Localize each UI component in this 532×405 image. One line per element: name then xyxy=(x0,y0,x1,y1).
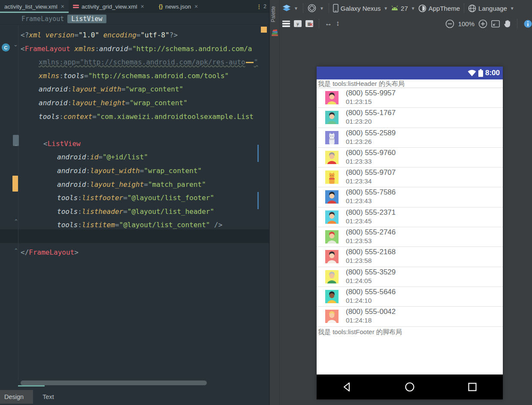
fold-end-icon[interactable]: ⌃ xyxy=(14,247,18,254)
device-screen-preview[interactable]: 8:00 我是 tools:listHeader 的头布局 (800) 555-… xyxy=(317,67,503,399)
horizontal-scrollbar[interactable] xyxy=(21,381,207,385)
contact-phone-number: (800) 555-2589 xyxy=(346,129,396,137)
close-icon[interactable]: × xyxy=(194,3,198,10)
hidden-tabs-button[interactable]: ⋮ 2 xyxy=(256,0,269,13)
code-editor[interactable]: <?xml version="1.0" encoding="utf-8"?><F… xyxy=(0,25,269,381)
list-header[interactable]: 我是 tools:listHeader 的头布局 xyxy=(317,79,503,88)
code-line[interactable]: </FrameLayout> xyxy=(21,246,269,259)
tab-text[interactable]: Text xyxy=(33,390,63,404)
palette-tool-button[interactable]: Palette xyxy=(270,0,276,29)
code-line[interactable] xyxy=(21,123,269,137)
palette-strip: Palette xyxy=(270,0,280,405)
tab-design[interactable]: Design xyxy=(0,390,33,404)
breadcrumb-framelayout[interactable]: FrameLayout xyxy=(21,15,64,23)
code-line[interactable]: <FrameLayout xmlns:android="http://schem… xyxy=(21,42,269,56)
list-item[interactable]: (800) 555-970701:23:34 xyxy=(317,167,503,187)
list-item[interactable]: (800) 555-995701:23:15 xyxy=(317,88,503,108)
list-item[interactable]: (800) 555-237101:23:45 xyxy=(317,207,503,227)
code-line[interactable]: android:id="@+id/list" xyxy=(21,150,269,164)
api-level-selector[interactable]: 27 ▼ xyxy=(391,5,416,12)
recents-button-icon[interactable] xyxy=(467,381,478,393)
globe-icon xyxy=(468,4,476,12)
zoom-in-button[interactable] xyxy=(478,19,487,28)
contact-avatar xyxy=(325,131,339,144)
code-line[interactable]: <ListView xyxy=(21,137,269,151)
device-name: Galaxy Nexus xyxy=(341,5,381,12)
pan-hand-icon[interactable] xyxy=(504,19,511,28)
back-button-icon[interactable] xyxy=(342,381,353,393)
tab-label: activity_list_view.xml xyxy=(4,3,57,10)
listview-screen: 我是 tools:listHeader 的头布局 (800) 555-99570… xyxy=(317,79,503,375)
breadcrumb-listview[interactable]: ListView xyxy=(67,15,106,23)
code-line[interactable] xyxy=(21,232,269,246)
zoom-out-button[interactable] xyxy=(445,19,454,28)
variants-icon[interactable]: y xyxy=(294,20,302,27)
theme-contrast-icon xyxy=(418,4,426,12)
editor-tab-bar: activity_list_view.xml × activity_grid_v… xyxy=(0,0,269,13)
orientation-icon[interactable] xyxy=(307,3,317,13)
contact-call-time: 01:24:05 xyxy=(346,277,372,285)
expand-vertical-icon[interactable]: ↕ xyxy=(336,19,340,28)
view-options-icon[interactable] xyxy=(282,21,290,27)
expand-horizontal-icon[interactable]: ↔ xyxy=(325,19,332,28)
code-line[interactable]: tools:context="com.xiaweizi.androidtools… xyxy=(21,110,269,124)
contact-call-time: 01:23:53 xyxy=(346,237,372,245)
code-line[interactable]: android:layout_width="wrap_content" xyxy=(21,164,269,178)
chevron-down-icon[interactable]: ▼ xyxy=(294,6,298,11)
code-line[interactable]: tools:listitem="@layout/list_content" /> xyxy=(21,218,269,232)
fold-end-icon[interactable]: ⌃ xyxy=(14,218,18,225)
code-line[interactable]: android:layout_height="match_parent" xyxy=(21,178,269,192)
contact-call-time: 01:23:20 xyxy=(346,118,372,125)
contact-phone-number: (800) 555-1767 xyxy=(346,109,396,117)
list-footer[interactable]: 我是 tools:listFooter 的脚布局 xyxy=(317,327,503,338)
chevron-down-icon[interactable]: ▼ xyxy=(320,6,324,11)
zoom-level: 100% xyxy=(458,20,475,27)
contact-avatar xyxy=(325,250,339,263)
contact-call-time: 01:23:43 xyxy=(346,197,372,205)
contact-phone-number: (800) 555-9760 xyxy=(346,149,396,157)
render-errors-icon[interactable]: ▦✕ xyxy=(305,20,313,27)
list-item[interactable]: (800) 555-352901:24:05 xyxy=(317,267,503,287)
code-line[interactable]: tools:listheader="@layout/list_header" xyxy=(21,205,269,219)
close-icon[interactable]: × xyxy=(141,3,144,10)
contact-phone-number: (800) 555-9957 xyxy=(346,89,396,97)
tab-activity-grid-view[interactable]: activity_grid_view.xml × xyxy=(69,0,148,13)
contact-avatar xyxy=(325,230,339,244)
fold-arrow-icon[interactable]: ⌄ xyxy=(13,41,18,48)
info-icon[interactable] xyxy=(524,20,532,28)
list-item[interactable]: (800) 555-564601:24:10 xyxy=(317,287,503,307)
contact-call-time: 01:23:34 xyxy=(346,177,372,185)
list-item[interactable]: (800) 555-758601:23:43 xyxy=(317,187,503,207)
close-icon[interactable]: × xyxy=(61,3,64,10)
tab-activity-list-view[interactable]: activity_list_view.xml × xyxy=(0,0,69,13)
theme-selector[interactable]: AppTheme xyxy=(418,4,460,12)
zoom-to-fit-icon[interactable] xyxy=(491,20,500,27)
layers-icon[interactable] xyxy=(282,4,291,12)
tab-news-json[interactable]: {} news.json × xyxy=(154,0,203,13)
code-line[interactable]: tools:listfooter="@layout/list_footer" xyxy=(21,191,269,205)
list-item[interactable]: (800) 555-216801:23:58 xyxy=(317,247,503,267)
code-line[interactable]: android:layout_height="wrap_content" xyxy=(21,96,269,110)
fold-arrow-icon[interactable]: ⌄ xyxy=(14,141,18,147)
locale-selector[interactable]: Language ▼ xyxy=(468,4,515,12)
code-line[interactable]: xmlns:app="http://schemas.android.com/ap… xyxy=(21,55,269,69)
preview-view-toolbar: y ▦✕ ↔ ↕ 100% xyxy=(280,16,532,31)
list-item[interactable]: (800) 555-176701:23:20 xyxy=(317,108,503,128)
list-item[interactable]: (800) 555-004201:24:18 xyxy=(317,307,503,326)
code-line[interactable]: <?xml version="1.0" encoding="utf-8"?> xyxy=(21,28,269,42)
device-selector[interactable]: Galaxy Nexus ▼ xyxy=(333,4,389,12)
class-gutter-icon[interactable]: C xyxy=(2,43,10,52)
warning-stripe-mark[interactable] xyxy=(261,27,267,33)
contact-phone-number: (800) 555-2168 xyxy=(346,248,396,256)
code-line[interactable]: android:layout_width="wrap_content" xyxy=(21,82,269,96)
wifi-icon xyxy=(468,70,476,76)
contact-call-time: 01:24:10 xyxy=(346,297,372,305)
contact-avatar xyxy=(325,270,339,283)
home-button-icon[interactable] xyxy=(404,381,415,393)
list-item[interactable]: (800) 555-274601:23:53 xyxy=(317,227,503,247)
list-item[interactable]: (800) 555-258901:23:26 xyxy=(317,128,503,148)
bookmark-orange-icon[interactable] xyxy=(12,176,18,192)
divider xyxy=(517,19,517,28)
code-line[interactable]: xmlns:tools="http://schemas.android.com/… xyxy=(21,69,269,83)
list-item[interactable]: (800) 555-976001:23:33 xyxy=(317,148,503,167)
